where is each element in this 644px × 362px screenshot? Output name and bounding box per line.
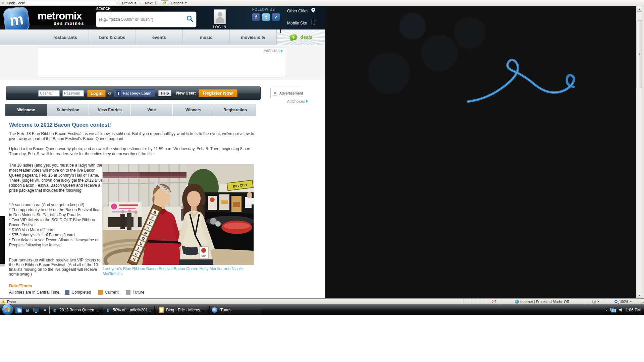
taskbar-button-itunes[interactable]: ♪ iTunes <box>209 306 261 314</box>
scroll-down-icon[interactable]: ▼ <box>637 293 642 298</box>
find-previous-button[interactable]: Previous <box>119 1 139 5</box>
broken-image-icon: × <box>273 91 277 96</box>
system-tray: ‹ 1:06 PM <box>606 307 644 313</box>
scroll-up-icon[interactable]: ▲ <box>637 6 642 12</box>
protected-mode-cell[interactable]: ▼ <box>584 299 608 305</box>
pageant-paragraph: The 10 ladies (and yes, you must be a la… <box>9 163 104 193</box>
taskbar: e » e 2012 Bacon Queen c... e 50% of ...… <box>0 304 644 315</box>
facebook-icon: f <box>116 90 121 96</box>
network-icon[interactable] <box>610 308 616 312</box>
login-button[interactable]: Login <box>87 90 106 97</box>
internet-explorer-icon: e <box>52 307 57 313</box>
adchoices-link[interactable]: AdChoices <box>287 99 308 103</box>
facebook-login-button[interactable]: f Facebook Login <box>114 89 155 97</box>
quick-launch: e <box>15 307 40 313</box>
divider <box>158 1 158 5</box>
prize-item: * The opportunity to ride on the Bacon F… <box>9 207 104 218</box>
side-flyout-tab[interactable] <box>0 216 5 264</box>
mobile-site-link[interactable]: Mobile Site <box>287 21 307 25</box>
scrollbar-thumb[interactable]: ≡ <box>637 20 642 88</box>
password-field[interactable] <box>62 90 84 97</box>
nav-item-bars-clubs[interactable]: bars & clubs <box>89 29 136 45</box>
other-cities-link[interactable]: Other Cities <box>287 9 308 13</box>
find-input[interactable] <box>17 1 116 5</box>
prize-item: * Four tickets to see Devon Allman's Hon… <box>9 238 104 248</box>
task-buttons: e 2012 Bacon Queen c... e 50% of ...adio… <box>49 306 261 314</box>
contest-tabs: Welcome Submission View Entries Vote Win… <box>5 104 256 116</box>
vertical-scrollbar[interactable]: ▲ ≡ ▼ <box>636 6 642 298</box>
highlight-all-icon[interactable] <box>161 0 168 5</box>
tab-vote[interactable]: Vote <box>131 104 173 116</box>
taskbar-button-radio[interactable]: e 50% of ...adio%201... <box>103 306 155 314</box>
search-box <box>96 11 197 27</box>
find-label: Find: <box>7 1 15 5</box>
nav-item-deals[interactable]: $ deals <box>277 29 325 45</box>
twitter-icon[interactable]: t <box>262 13 270 21</box>
nav-item-events[interactable]: events <box>136 29 183 45</box>
or-label: or <box>108 91 111 95</box>
tab-submission[interactable]: Submission <box>47 104 89 116</box>
location-pin-icon[interactable] <box>311 7 316 13</box>
logo-title[interactable]: metromix <box>38 10 82 22</box>
sidebar-ad-placeholder[interactable]: × Advertisement <box>270 88 303 98</box>
tab-view-entries[interactable]: View Entries <box>89 104 131 116</box>
legend-future-label: Future <box>132 290 144 295</box>
security-zone-cell[interactable]: Internet | Protected Mode: Off <box>500 299 584 305</box>
status-bar: ! Done Internet | Protected Mode: Off ▼ … <box>0 298 644 304</box>
ad-banner-placeholder[interactable]: AdChoices <box>38 48 285 78</box>
prize-item: * Two VIP tickets to the SOLD OUT Blue R… <box>9 218 104 228</box>
find-bar: × Find: Previous Next Options ▼ <box>0 0 644 6</box>
clock[interactable]: 1:06 PM <box>626 308 641 312</box>
window-edge <box>642 6 644 298</box>
times-note: All times are in Central Time. <box>9 290 60 295</box>
search-input[interactable] <box>96 17 186 22</box>
find-next-button[interactable]: Next <box>142 1 156 5</box>
help-button[interactable]: Help <box>158 90 172 96</box>
start-button[interactable] <box>2 304 13 315</box>
taskbar-button-blog[interactable]: Blog - Eric - Micros... <box>156 306 208 314</box>
taskbar-button-bacon-queen[interactable]: e 2012 Bacon Queen c... <box>49 306 101 314</box>
find-options-button[interactable]: Options ▼ <box>171 1 187 5</box>
tracking-protection-cell[interactable] <box>488 299 500 305</box>
tab-winners[interactable]: Winners <box>173 104 215 116</box>
switch-windows-icon[interactable] <box>15 307 22 313</box>
contest-login-bar: Login or f Facebook Login Help New User:… <box>6 86 261 100</box>
mobile-phone-icon[interactable] <box>312 20 315 25</box>
svg-text:VIP: VIP <box>202 254 206 257</box>
date-times-heading: Date/Times <box>9 283 32 288</box>
deal-tag-icon: $ <box>289 34 298 41</box>
tab-registration[interactable]: Registration <box>214 104 256 116</box>
nav-item-restaurants[interactable]: restaurants <box>42 29 89 45</box>
nav-item-music[interactable]: music <box>183 29 230 45</box>
tab-welcome[interactable]: Welcome <box>5 104 47 116</box>
zoom-control[interactable]: 100% ▼ <box>608 299 639 305</box>
facebook-icon[interactable]: f <box>252 13 260 21</box>
legend-completed-label: Completed <box>71 290 91 295</box>
swirl-decoration <box>466 55 580 115</box>
volume-icon[interactable] <box>619 308 623 312</box>
chevron-down-icon: ▼ <box>597 300 600 303</box>
chevron-expand-icon[interactable]: » <box>44 307 46 312</box>
nav-item-movies-tv[interactable]: movies & tv <box>230 29 277 45</box>
site-header: m metromix des moines SEARCH: LOG IN FOL… <box>0 6 325 29</box>
avatar[interactable] <box>214 9 226 24</box>
resize-grip[interactable] <box>639 299 644 305</box>
log-in-link[interactable]: LOG IN <box>211 25 228 29</box>
foursquare-icon[interactable]: ✓ <box>272 13 280 21</box>
photo-caption-link[interactable]: Last year's Blue Ribbon Bacon Festival B… <box>103 266 252 277</box>
internet-explorer-icon: e <box>105 307 111 313</box>
user-id-field[interactable] <box>38 90 60 97</box>
search-icon[interactable] <box>186 15 196 24</box>
register-now-button[interactable]: Register Now <box>199 89 237 97</box>
show-desktop-icon[interactable] <box>33 307 40 313</box>
windows-flag-icon <box>5 307 11 312</box>
outlook-icon <box>159 307 164 313</box>
warning-icon[interactable]: ! <box>1 300 5 303</box>
internet-explorer-icon[interactable]: e <box>24 307 31 313</box>
find-close-icon[interactable]: × <box>0 1 5 5</box>
page-title: Welcome to 2012 Bacon Queen contest! <box>9 122 257 128</box>
search-label: SEARCH: <box>96 7 112 11</box>
legend-future-swatch <box>126 290 130 295</box>
tray-chevron-icon[interactable]: ‹ <box>606 307 608 313</box>
adchoices-link[interactable]: AdChoices <box>264 49 283 53</box>
